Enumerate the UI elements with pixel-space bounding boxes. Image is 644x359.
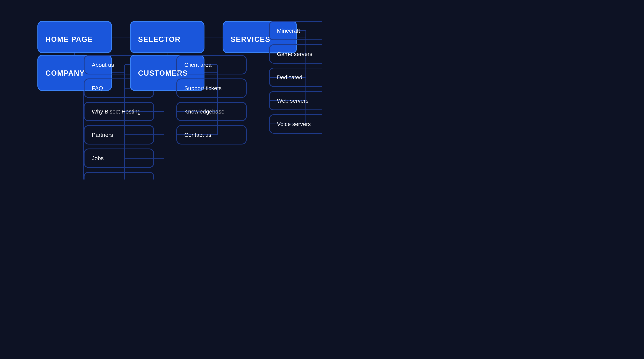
faq-label: FAQ — [92, 85, 103, 91]
minecraft-node[interactable]: Minecraft — [269, 21, 322, 40]
minus-icon: — — [46, 27, 51, 34]
support-tickets-label: Support tickets — [184, 85, 222, 91]
game-servers-label: Game servers — [277, 51, 312, 57]
client-area-node[interactable]: Client area — [176, 55, 247, 74]
jobs-node[interactable]: Jobs — [84, 148, 154, 168]
home-page-node[interactable]: — HOME PAGE — [38, 21, 112, 53]
minus-icon-company: — — [46, 61, 51, 68]
tree-container: — HOME PAGE — COMPANY About us FAQ Why B… — [0, 0, 322, 180]
home-page-label: HOME PAGE — [46, 36, 93, 44]
partners-label: Partners — [92, 132, 113, 138]
why-bisect-hosting-node[interactable]: Why Bisect Hosting — [84, 102, 154, 121]
knowledgebase-label: Knowledgebase — [184, 108, 224, 115]
web-servers-node[interactable]: Web servers — [269, 91, 322, 110]
services-label: SERVICES — [231, 36, 270, 44]
why-bisect-label: Why Bisect Hosting — [92, 108, 141, 115]
blog-node[interactable]: Blog — [84, 172, 154, 180]
partners-node[interactable]: Partners — [84, 125, 154, 144]
selector-label: SELECTOR — [138, 36, 180, 44]
game-servers-node[interactable]: Game servers — [269, 44, 322, 64]
minus-icon-services: — — [231, 27, 236, 34]
dedicated-label: Dedicated — [277, 74, 302, 80]
selector-node[interactable]: — SELECTOR — [130, 21, 204, 53]
minus-icon-selector: — — [138, 27, 144, 34]
voice-servers-node[interactable]: Voice servers — [269, 114, 322, 134]
support-tickets-node[interactable]: Support tickets — [176, 78, 247, 98]
dedicated-node[interactable]: Dedicated — [269, 68, 322, 87]
web-servers-label: Web servers — [277, 98, 308, 104]
knowledgebase-node[interactable]: Knowledgebase — [176, 102, 247, 121]
jobs-label: Jobs — [92, 155, 104, 162]
client-area-label: Client area — [184, 62, 212, 68]
company-label: COMPANY — [46, 69, 85, 78]
minus-icon-customers: — — [138, 61, 144, 68]
about-us-label: About us — [92, 62, 114, 68]
contact-us-label: Contact us — [184, 132, 211, 138]
blog-label: Blog — [92, 178, 103, 180]
voice-servers-label: Voice servers — [277, 121, 311, 127]
contact-us-node[interactable]: Contact us — [176, 125, 247, 144]
minecraft-label: Minecraft — [277, 27, 300, 34]
